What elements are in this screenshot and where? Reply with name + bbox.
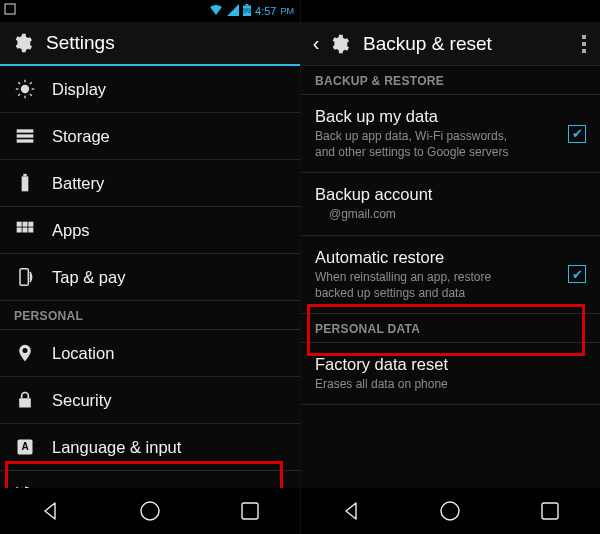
row-backup-reset[interactable]: Backup & reset [0,471,300,488]
nav-back[interactable] [338,498,364,524]
appbar: Settings [0,22,300,66]
nav-home[interactable] [137,498,163,524]
svg-text:A: A [21,441,28,452]
svg-rect-23 [28,228,33,233]
row-label: Battery [52,174,286,193]
location-icon [14,342,36,364]
svg-line-12 [30,82,32,84]
svg-rect-25 [19,398,31,407]
screen-settings: 99 4:57 PM Settings Display Storage B [0,0,300,534]
clock-ampm: PM [281,6,295,16]
svg-rect-33 [542,503,558,519]
page-title: Settings [46,32,115,54]
storage-icon [14,125,36,147]
appbar: ‹ Backup & reset [301,22,600,66]
row-subtitle: Back up app data, Wi-Fi passwords, and o… [315,128,525,160]
checkbox[interactable] [568,125,586,143]
section-personal-data: PERSONAL DATA [301,314,600,343]
svg-rect-18 [17,222,22,227]
svg-line-10 [30,94,32,96]
row-label: Apps [52,221,286,240]
row-title: Backup account [315,185,586,204]
display-icon [14,78,36,100]
row-title: Back up my data [315,107,552,126]
svg-rect-31 [242,503,258,519]
row-subtitle: When reinstalling an app, restore backed… [315,269,525,301]
svg-rect-16 [22,176,29,191]
row-label: Security [52,391,286,410]
svg-point-30 [141,502,159,520]
row-backup-account[interactable]: Backup account @gmail.com [301,173,600,235]
svg-rect-14 [17,134,34,137]
navbar [301,488,600,534]
battery-icon: 99 [243,4,251,18]
screen-backup-reset: ‹ Backup & reset BACKUP & RESTORE Back u… [300,0,600,534]
nav-recent[interactable] [237,498,263,524]
restore-icon [14,483,36,488]
gear-icon [327,32,351,56]
wifi-icon [209,4,223,18]
back-icon[interactable]: ‹ [311,32,321,55]
svg-rect-22 [23,228,28,233]
navbar [0,488,300,534]
row-title: Automatic restore [315,248,552,267]
notification-icon [4,3,16,17]
row-display[interactable]: Display [0,66,300,113]
row-label: Backup & reset [52,485,286,489]
svg-rect-20 [28,222,33,227]
settings-list: Display Storage Battery Apps Tap & pay [0,66,300,488]
checkbox[interactable] [568,265,586,283]
svg-line-9 [18,82,20,84]
svg-rect-0 [5,4,15,14]
row-factory-reset[interactable]: Factory data reset Erases all data on ph… [301,343,600,405]
svg-rect-19 [23,222,28,227]
row-security[interactable]: Security [0,377,300,424]
row-label: Storage [52,127,286,146]
svg-text:99: 99 [243,7,251,14]
status-bar: 99 4:57 PM [0,0,300,22]
status-bar [301,0,600,22]
row-apps[interactable]: Apps [0,207,300,254]
nav-home[interactable] [437,498,463,524]
row-storage[interactable]: Storage [0,113,300,160]
row-label: Display [52,80,286,99]
svg-rect-24 [20,269,28,286]
svg-rect-13 [17,129,34,132]
row-subtitle: @gmail.com [315,206,525,222]
apps-icon [14,219,36,241]
overflow-menu[interactable] [578,29,590,59]
row-battery[interactable]: Battery [0,160,300,207]
svg-rect-17 [23,174,26,177]
nav-recent[interactable] [537,498,563,524]
row-backup-my-data[interactable]: Back up my data Back up app data, Wi-Fi … [301,95,600,173]
lock-icon [14,389,36,411]
row-location[interactable]: Location [0,330,300,377]
signal-icon [227,4,239,18]
row-label: Tap & pay [52,268,286,287]
row-subtitle: Erases all data on phone [315,376,525,392]
row-title: Factory data reset [315,355,586,374]
section-personal: PERSONAL [0,301,300,330]
clock-time: 4:57 [255,5,276,17]
language-icon: A [14,436,36,458]
battery-icon [14,172,36,194]
row-tap-pay[interactable]: Tap & pay [0,254,300,301]
svg-rect-2 [246,4,249,6]
page-title: Backup & reset [363,33,492,55]
row-language[interactable]: A Language & input [0,424,300,471]
svg-point-32 [441,502,459,520]
gear-icon [10,31,34,55]
row-label: Language & input [52,438,286,457]
nav-back[interactable] [37,498,63,524]
backup-list: BACKUP & RESTORE Back up my data Back up… [301,66,600,488]
svg-line-11 [18,94,20,96]
svg-point-4 [21,85,29,93]
section-backup-restore: BACKUP & RESTORE [301,66,600,95]
row-label: Location [52,344,286,363]
svg-rect-21 [17,228,22,233]
svg-rect-15 [17,139,34,142]
row-auto-restore[interactable]: Automatic restore When reinstalling an a… [301,236,600,314]
nfc-icon [14,266,36,288]
